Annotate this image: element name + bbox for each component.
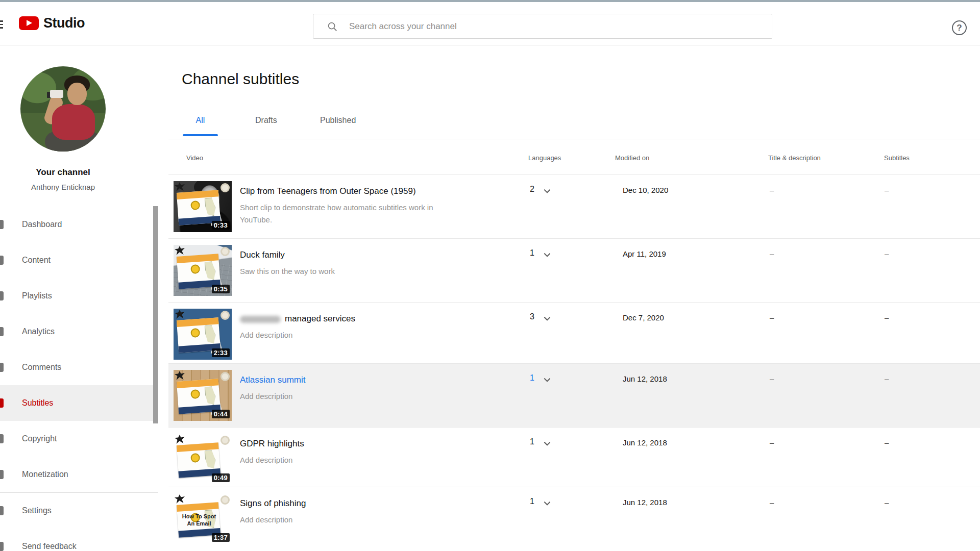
sidebar-item-icon bbox=[0, 470, 4, 479]
subtitles-status: – bbox=[885, 313, 889, 322]
sidebar-item-content[interactable]: Content bbox=[0, 242, 158, 278]
video-duration-badge: 0:33 bbox=[212, 221, 230, 230]
languages-count[interactable]: 3 bbox=[503, 312, 534, 321]
redacted-text bbox=[240, 316, 281, 323]
title-description-status: – bbox=[770, 186, 774, 194]
thumbnail-poster bbox=[177, 190, 220, 226]
youtube-studio-logo[interactable]: Studio bbox=[19, 15, 85, 31]
sidebar-item-icon bbox=[0, 542, 4, 551]
modified-on-date: Apr 11, 2019 bbox=[623, 249, 666, 258]
video-description: Saw this on the way to work bbox=[240, 265, 335, 278]
poster-orange-band bbox=[177, 254, 219, 263]
video-thumbnail[interactable]: 0:35 bbox=[174, 245, 232, 296]
video-title-text: GDPR highlights bbox=[240, 439, 304, 448]
modified-on-date: Jun 12, 2018 bbox=[623, 438, 667, 447]
video-description: Add description bbox=[240, 514, 292, 526]
video-thumbnail[interactable]: 0:44 bbox=[174, 370, 232, 421]
poster-seal bbox=[190, 389, 200, 399]
title-description-status: – bbox=[770, 374, 774, 383]
sidebar-item-label: Monetization bbox=[22, 470, 68, 479]
table-row[interactable]: How To Spot An Email 1:37 Signs of phish… bbox=[168, 487, 980, 551]
table-row[interactable]: 0:49 GDPR highlights Add description 1 J… bbox=[168, 428, 980, 487]
thumbnail-poster bbox=[177, 379, 220, 414]
subtitles-table-body: 0:33 Clip from Teenagers from Outer Spac… bbox=[168, 175, 980, 551]
chevron-down-icon[interactable] bbox=[543, 375, 552, 385]
modified-on-date: Dec 7, 2020 bbox=[623, 313, 664, 322]
poster-california-map bbox=[205, 197, 216, 216]
video-title-text: Signs of phishing bbox=[240, 498, 306, 508]
poster-seal bbox=[190, 453, 200, 463]
chevron-down-icon[interactable] bbox=[543, 314, 552, 323]
sidebar-item-comments[interactable]: Comments bbox=[0, 349, 158, 385]
video-title[interactable]: Signs of phishing bbox=[240, 498, 306, 509]
video-thumbnail[interactable]: 0:49 bbox=[174, 434, 232, 485]
video-title[interactable]: Clip from Teenagers from Outer Space (19… bbox=[240, 186, 416, 197]
video-title-text: managed services bbox=[285, 314, 355, 323]
video-thumbnail[interactable]: 0:33 bbox=[174, 181, 232, 232]
languages-count[interactable]: 1 bbox=[503, 248, 534, 258]
video-title[interactable]: managed services bbox=[240, 313, 355, 324]
sidebar-item-label: Subtitles bbox=[22, 398, 53, 408]
thumbnail-splat bbox=[175, 435, 185, 444]
table-row[interactable]: 0:44 Atlassian summit Add description 1 … bbox=[168, 364, 980, 428]
poster-california-map bbox=[205, 450, 216, 469]
hamburger-menu-icon[interactable] bbox=[0, 20, 3, 29]
sidebar-item-label: Comments bbox=[22, 363, 61, 372]
tab-published[interactable]: Published bbox=[320, 116, 356, 125]
subtitles-status: – bbox=[885, 186, 889, 194]
video-description: Short clip to demonstrate how automatic … bbox=[240, 202, 436, 226]
video-title[interactable]: Atlassian summit bbox=[240, 374, 305, 386]
sidebar-item-send-feedback[interactable]: Send feedback bbox=[0, 529, 158, 551]
active-tab-indicator bbox=[183, 134, 218, 136]
thumbnail-cup bbox=[220, 247, 230, 256]
chevron-down-icon[interactable] bbox=[543, 499, 552, 508]
table-row[interactable]: 0:35 Duck family Saw this on the way to … bbox=[168, 239, 980, 303]
chevron-down-icon[interactable] bbox=[543, 251, 552, 260]
video-title[interactable]: Duck family bbox=[240, 249, 285, 261]
thumbnail-splat bbox=[175, 182, 185, 191]
languages-count[interactable]: 1 bbox=[503, 497, 534, 506]
sidebar-item-analytics[interactable]: Analytics bbox=[0, 314, 158, 349]
video-description: Add description bbox=[240, 390, 292, 403]
sidebar-item-copyright[interactable]: Copyright bbox=[0, 421, 158, 457]
sidebar-item-dashboard[interactable]: Dashboard bbox=[0, 207, 158, 242]
help-icon[interactable]: ? bbox=[952, 20, 967, 35]
sidebar-menu: Dashboard Content Playlists Analytics Co… bbox=[0, 207, 158, 551]
title-description-status: – bbox=[770, 498, 774, 507]
sidebar-scrollbar[interactable] bbox=[153, 206, 158, 423]
your-channel-label: Your channel bbox=[0, 167, 126, 178]
chevron-down-icon[interactable] bbox=[543, 187, 552, 196]
subtitles-status: – bbox=[885, 374, 889, 383]
languages-count[interactable]: 1 bbox=[503, 437, 534, 446]
chevron-down-icon[interactable] bbox=[543, 439, 552, 448]
thumbnail-cup bbox=[220, 311, 230, 320]
languages-count[interactable]: 2 bbox=[503, 185, 534, 194]
channel-avatar[interactable] bbox=[20, 66, 106, 152]
tab-bar-divider bbox=[168, 139, 980, 139]
thumbnail-cup bbox=[220, 183, 230, 192]
languages-count[interactable]: 1 bbox=[503, 373, 534, 383]
poster-seal bbox=[190, 201, 200, 210]
thumbnail-splat bbox=[175, 371, 185, 380]
video-title[interactable]: GDPR highlights bbox=[240, 438, 304, 449]
poster-orange-band bbox=[177, 190, 219, 199]
sidebar-item-subtitles[interactable]: Subtitles bbox=[0, 385, 158, 421]
video-thumbnail[interactable]: 2:33 bbox=[174, 309, 232, 360]
thumbnail-poster bbox=[177, 254, 220, 289]
table-row[interactable]: 0:33 Clip from Teenagers from Outer Spac… bbox=[168, 175, 980, 239]
column-header-title-description: Title & description bbox=[768, 154, 821, 162]
poster-orange-band bbox=[177, 317, 219, 327]
table-row[interactable]: 2:33 managed services Add description 3 … bbox=[168, 303, 980, 364]
video-thumbnail[interactable]: How To Spot An Email 1:37 bbox=[174, 493, 232, 544]
tab-drafts[interactable]: Drafts bbox=[255, 116, 277, 125]
tab-all[interactable]: All bbox=[183, 116, 218, 125]
sidebar-item-playlists[interactable]: Playlists bbox=[0, 278, 158, 314]
sidebar-item-monetization[interactable]: Monetization bbox=[0, 457, 158, 492]
sidebar-item-label: Analytics bbox=[22, 327, 55, 336]
youtube-studio-page: Studio ? Your channel Anthony Enticknap … bbox=[0, 0, 980, 551]
channel-search-bar[interactable] bbox=[313, 14, 772, 39]
search-input[interactable] bbox=[349, 21, 772, 32]
sidebar-item-settings[interactable]: Settings bbox=[0, 493, 158, 529]
thumbnail-cup bbox=[220, 372, 230, 381]
video-title-text: Atlassian summit bbox=[240, 375, 305, 385]
